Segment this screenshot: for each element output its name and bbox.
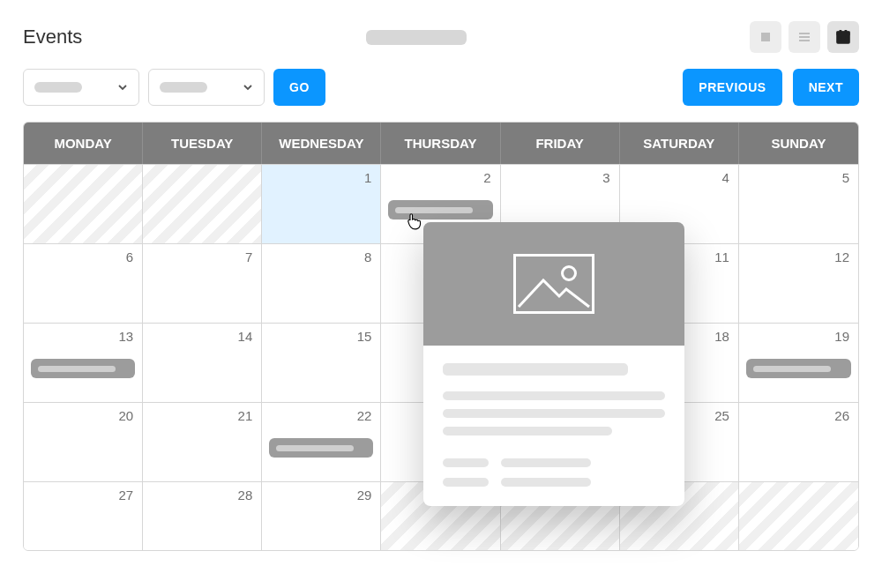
calendar-header: MONDAYTUESDAYWEDNESDAYTHURSDAYFRIDAYSATU… [24, 123, 858, 164]
calendar-cell[interactable] [143, 164, 262, 243]
svg-rect-7 [845, 31, 847, 33]
date-number: 7 [245, 249, 252, 264]
subtitle-placeholder [366, 30, 467, 45]
event-chip[interactable] [269, 438, 373, 458]
page-title: Events [23, 26, 82, 48]
chevron-down-icon [117, 82, 128, 93]
date-number: 14 [238, 329, 253, 344]
date-number: 2 [483, 170, 490, 185]
event-title-placeholder [753, 366, 831, 372]
day-of-week: MONDAY [24, 123, 143, 164]
date-number: 18 [714, 329, 729, 344]
date-number: 4 [722, 170, 729, 185]
select-placeholder [34, 82, 82, 93]
svg-rect-6 [840, 31, 841, 33]
calendar-cell[interactable] [739, 481, 858, 550]
popover-meta-placeholder [501, 478, 591, 487]
popover-meta-placeholder [443, 478, 489, 487]
svg-rect-13 [846, 40, 848, 41]
svg-rect-2 [799, 36, 810, 38]
calendar-cell[interactable]: 27 [24, 481, 143, 550]
svg-rect-0 [761, 33, 770, 41]
grid-view-icon[interactable] [750, 21, 781, 53]
view-switcher [750, 21, 859, 53]
calendar-cell[interactable] [24, 164, 143, 243]
svg-rect-14 [515, 256, 594, 313]
month-select[interactable] [23, 69, 139, 106]
day-of-week: TUESDAY [143, 123, 262, 164]
date-number: 12 [834, 249, 849, 264]
pointer-cursor-icon [404, 212, 423, 231]
calendar-cell[interactable]: 20 [24, 402, 143, 481]
calendar-cell[interactable]: 26 [739, 402, 858, 481]
popover-meta-placeholder [501, 458, 591, 467]
svg-rect-12 [842, 40, 844, 41]
date-number: 8 [364, 249, 371, 264]
select-placeholder [160, 82, 207, 93]
day-of-week: SATURDAY [620, 123, 739, 164]
popover-text-placeholder [443, 427, 612, 435]
calendar-cell[interactable]: 19 [739, 323, 858, 402]
date-number: 5 [842, 170, 849, 185]
year-select[interactable] [148, 69, 265, 106]
popover-body [423, 346, 684, 506]
date-number: 13 [118, 329, 133, 344]
day-of-week: FRIDAY [501, 123, 620, 164]
calendar-view-icon[interactable] [827, 21, 859, 53]
svg-rect-3 [799, 40, 810, 41]
svg-rect-11 [839, 40, 841, 41]
date-number: 25 [714, 408, 729, 423]
date-number: 22 [357, 408, 372, 423]
calendar-cell[interactable]: 22 [262, 402, 381, 481]
previous-button[interactable]: PREVIOUS [683, 69, 781, 106]
date-number: 19 [834, 329, 849, 344]
date-number: 29 [357, 488, 372, 502]
event-chip[interactable] [746, 359, 851, 378]
popover-text-placeholder [443, 409, 665, 418]
date-number: 27 [118, 488, 133, 502]
date-number: 6 [126, 249, 133, 264]
chevron-down-icon [243, 82, 253, 93]
calendar-cell[interactable]: 5 [739, 164, 858, 243]
popover-text-placeholder [443, 391, 665, 400]
date-number: 28 [238, 488, 253, 502]
list-view-icon[interactable] [789, 21, 820, 53]
go-button[interactable]: GO [273, 69, 325, 106]
svg-point-15 [563, 267, 576, 280]
calendar-cell[interactable]: 21 [143, 402, 262, 481]
svg-rect-10 [846, 37, 848, 39]
calendar-cell[interactable]: 7 [143, 243, 262, 323]
svg-rect-9 [842, 37, 844, 39]
date-number: 15 [357, 329, 372, 344]
next-button[interactable]: NEXT [793, 69, 859, 106]
calendar-cell[interactable]: 8 [262, 243, 381, 323]
day-of-week: THURSDAY [381, 123, 500, 164]
popover-title-placeholder [443, 363, 628, 376]
day-of-week: SUNDAY [739, 123, 858, 164]
calendar-cell[interactable]: 28 [143, 481, 262, 550]
event-title-placeholder [38, 366, 116, 372]
date-number: 20 [118, 408, 133, 423]
calendar-cell[interactable]: 12 [739, 243, 858, 323]
date-number: 11 [714, 249, 729, 264]
calendar-cell[interactable]: 1 [262, 164, 381, 243]
calendar-cell[interactable]: 29 [262, 481, 381, 550]
svg-rect-5 [837, 32, 849, 35]
svg-rect-8 [839, 37, 841, 39]
date-number: 1 [364, 170, 371, 185]
event-popover [423, 222, 684, 506]
date-number: 21 [238, 408, 253, 423]
date-number: 3 [602, 170, 609, 185]
calendar-cell[interactable]: 15 [262, 323, 381, 402]
calendar-cell[interactable]: 14 [143, 323, 262, 402]
popover-image [423, 222, 684, 346]
calendar-cell[interactable]: 6 [24, 243, 143, 323]
day-of-week: WEDNESDAY [262, 123, 381, 164]
date-number: 26 [834, 408, 849, 423]
image-icon [513, 254, 594, 314]
event-title-placeholder [276, 445, 354, 451]
popover-meta-placeholder [443, 458, 489, 467]
calendar-cell[interactable]: 13 [24, 323, 143, 402]
svg-rect-1 [799, 33, 810, 34]
event-chip[interactable] [31, 359, 135, 378]
